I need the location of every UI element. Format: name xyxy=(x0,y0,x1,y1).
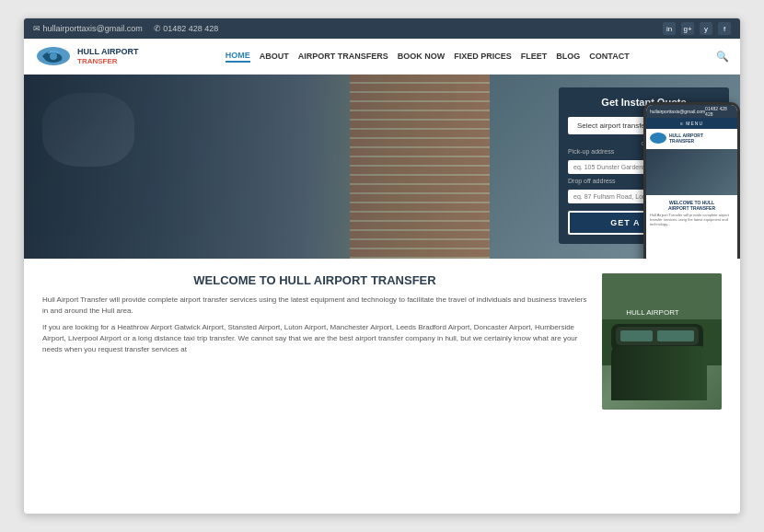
mobile-hero-image xyxy=(646,149,737,195)
hero-section: Get Instant Quote Select airport transfe… xyxy=(24,75,740,259)
svg-point-9 xyxy=(681,350,689,357)
car-thumbnail: HULL AIRPORT xyxy=(602,273,722,410)
logo-area: HULL AIRPORTTRANSFER xyxy=(35,44,139,68)
logo-icon xyxy=(35,44,72,68)
email-link[interactable]: ✉ hullairporttaxis@gmail.com xyxy=(33,24,143,33)
phone-link[interactable]: ✆ 01482 428 428 xyxy=(154,24,219,33)
search-icon[interactable]: 🔍 xyxy=(716,51,729,63)
svg-point-1 xyxy=(50,52,57,60)
svg-point-7 xyxy=(626,350,633,357)
nav-home[interactable]: HOME xyxy=(226,51,250,63)
nav-links: HOME ABOUT AIRPORT TRANSFERS BOOK NOW FI… xyxy=(226,51,630,63)
nav-fixed-prices[interactable]: FIXED PRICES xyxy=(454,52,512,61)
logo-text: HULL AIRPORTTRANSFER xyxy=(77,47,139,65)
mobile-nav[interactable]: ≡ MENU xyxy=(646,118,737,129)
mobile-logo-icon xyxy=(650,133,666,144)
svg-text:HULL AIRPORT: HULL AIRPORT xyxy=(626,308,678,317)
nav-airport-transfers[interactable]: AIRPORT TRANSFERS xyxy=(298,52,388,61)
mobile-phone: 01482 428 428 xyxy=(705,106,734,117)
section-title: WELCOME TO HULL AIRPORT TRANSFER xyxy=(42,273,587,287)
hero-car-image xyxy=(24,75,490,259)
top-bar: ✉ hullairporttaxis@gmail.com ✆ 01482 428… xyxy=(24,18,740,39)
section-para1: Hull Airport Transfer will provide compl… xyxy=(42,295,587,317)
mobile-mockup: hullairporttaxis@gmail.com 01482 428 428… xyxy=(643,102,740,259)
mobile-content: WELCOME TO HULLAIRPORT TRANSFER Hull Air… xyxy=(646,197,737,230)
svg-rect-10 xyxy=(620,330,653,341)
car-svg: HULL AIRPORT xyxy=(602,273,722,365)
nav-bar: HULL AIRPORTTRANSFER HOME ABOUT AIRPORT … xyxy=(24,39,740,75)
svg-rect-11 xyxy=(657,330,694,341)
mobile-menu-label: ≡ MENU xyxy=(680,121,703,126)
nav-blog[interactable]: BLOG xyxy=(556,52,580,61)
mobile-topbar: hullairporttaxis@gmail.com 01482 428 428 xyxy=(646,105,737,118)
main-left: WELCOME TO HULL AIRPORT TRANSFER Hull Ai… xyxy=(42,273,587,410)
nav-about[interactable]: ABOUT xyxy=(260,52,289,61)
mobile-logo-area: HULL AIRPORTTRANSFER xyxy=(646,129,737,147)
main-content: WELCOME TO HULL AIRPORT TRANSFER Hull Ai… xyxy=(24,259,740,424)
mobile-screen: hullairporttaxis@gmail.com 01482 428 428… xyxy=(646,105,737,259)
website-mockup: ✉ hullairporttaxis@gmail.com ✆ 01482 428… xyxy=(23,17,741,515)
top-bar-right: in g+ y f xyxy=(663,22,731,35)
car-image: HULL AIRPORT xyxy=(602,273,722,410)
googleplus-icon[interactable]: g+ xyxy=(681,22,694,35)
nav-contact[interactable]: CONTACT xyxy=(589,52,629,61)
mobile-logo-text: HULL AIRPORTTRANSFER xyxy=(669,133,703,144)
mobile-content-text: Hull Airport Transfer will provide compl… xyxy=(650,213,734,227)
twitter-icon[interactable]: y xyxy=(700,22,712,35)
svg-point-6 xyxy=(622,346,637,361)
mobile-email: hullairporttaxis@gmail.com xyxy=(650,109,705,114)
mobile-content-title: WELCOME TO HULLAIRPORT TRANSFER xyxy=(650,200,734,211)
top-bar-left: ✉ hullairporttaxis@gmail.com ✆ 01482 428… xyxy=(33,24,218,33)
logo-subtext: TRANSFER xyxy=(77,57,139,66)
linkedin-icon[interactable]: in xyxy=(663,22,676,35)
nav-fleet[interactable]: FLEET xyxy=(521,52,548,61)
section-para2: If you are looking for a Heathrow Airpor… xyxy=(42,322,587,355)
svg-point-8 xyxy=(677,346,692,361)
facebook-icon[interactable]: f xyxy=(718,22,731,35)
nav-book-now[interactable]: BOOK NOW xyxy=(398,52,446,61)
